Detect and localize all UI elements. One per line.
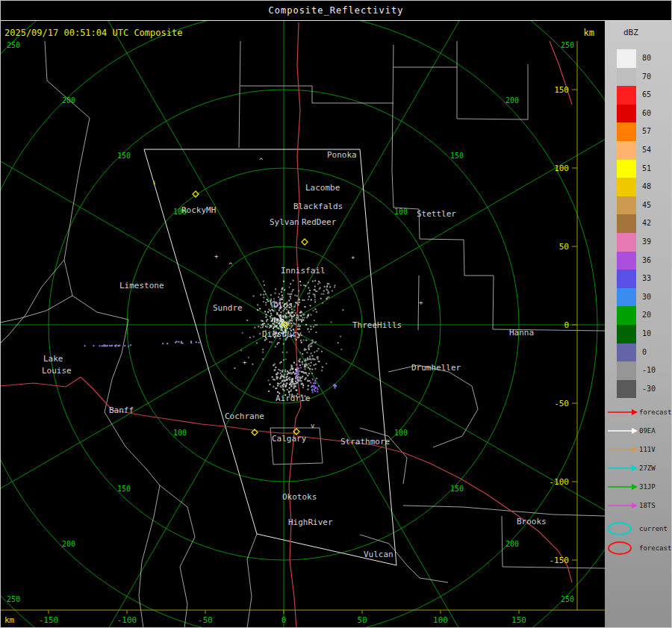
city-label: ThreeHills bbox=[352, 320, 402, 330]
city-label: Blackfalds bbox=[293, 202, 343, 211]
city-label: Sylvan bbox=[270, 217, 299, 227]
colorbar-value-label: 10 bbox=[642, 330, 651, 338]
map-header: 2025/09/17 00:51:04 UTC Compositekm bbox=[4, 28, 594, 38]
ring-range-label: 100 bbox=[173, 429, 187, 437]
city-label: RedDeer bbox=[302, 217, 337, 227]
ring-range-label: 150 bbox=[450, 152, 464, 160]
colorbar-swatch bbox=[617, 233, 636, 252]
colorbar-value-label: 36 bbox=[642, 257, 651, 264]
ring-range-label: 100 bbox=[394, 429, 408, 437]
colorbar-swatch bbox=[617, 380, 636, 399]
city-label: Olds bbox=[273, 300, 293, 310]
y-axis-tick-label: 50 bbox=[559, 242, 569, 252]
city-label: Calgary bbox=[272, 434, 307, 444]
colorbar-swatch bbox=[617, 178, 636, 196]
track-arrowhead-icon bbox=[632, 484, 638, 490]
city-label: Okotoks bbox=[282, 492, 317, 502]
colorbar-swatch bbox=[617, 160, 636, 178]
colorbar-swatch bbox=[617, 214, 636, 233]
legend-arrow-row: 27ZW bbox=[608, 464, 656, 472]
city-label: Banff bbox=[109, 405, 134, 415]
city-label: Louise bbox=[42, 366, 72, 376]
colorbar-swatch bbox=[617, 86, 636, 105]
ring-range-label: 150 bbox=[450, 485, 464, 493]
sidebar: dBZ 807065605754514845423936333020100-10… bbox=[605, 21, 672, 628]
x-axis-tick-label: -50 bbox=[198, 615, 213, 625]
y-axis-tick-label: 0 bbox=[564, 320, 569, 330]
y-axis: 150100500-50-100-150 bbox=[550, 41, 578, 610]
window-title-bar: Composite_Reflectivity bbox=[0, 0, 672, 21]
ring-range-label: 250 bbox=[561, 41, 574, 49]
track-arrowhead-icon bbox=[632, 428, 638, 434]
y-axis-tick-label: -50 bbox=[554, 399, 569, 408]
ring-range-label: 200 bbox=[62, 540, 75, 548]
legend-label: 111V bbox=[639, 446, 656, 453]
map-symbol: + bbox=[214, 252, 219, 260]
storm-ellipse-icon bbox=[609, 542, 631, 554]
colorbar-value-label: 45 bbox=[642, 202, 651, 209]
map-symbol: ^ bbox=[259, 157, 264, 164]
x-axis-tick-label: 100 bbox=[433, 615, 448, 625]
colorbar-value-label: 33 bbox=[642, 275, 651, 282]
city-label: Stettler bbox=[417, 209, 456, 219]
ring-range-label: 200 bbox=[505, 540, 519, 548]
x-axis-tick-label: -150 bbox=[39, 615, 59, 625]
y-axis-unit-label: km bbox=[584, 28, 594, 38]
x-axis-tick-label: 0 bbox=[281, 615, 287, 625]
legend-arrow-row: 09EA bbox=[608, 427, 656, 435]
x-axis-tick-label: 150 bbox=[511, 615, 526, 625]
ring-range-label: 250 bbox=[7, 41, 20, 49]
colorbar-swatch bbox=[617, 122, 636, 141]
colorbar-swatch bbox=[617, 49, 636, 68]
map-symbols: ^+*++^v^↓ bbox=[152, 157, 423, 429]
map-symbol: + bbox=[243, 358, 247, 366]
storm-ellipse-icon bbox=[609, 523, 631, 535]
ring-range-label: 150 bbox=[117, 485, 131, 493]
legend-label: forecast bbox=[639, 408, 671, 416]
colorbar-swatch bbox=[617, 306, 636, 325]
storm-track-legend: forecast09EA111V27ZW31JP18TScurrentforec… bbox=[605, 400, 672, 572]
legend-label: current bbox=[639, 525, 668, 532]
colorbar-swatch bbox=[617, 68, 636, 87]
x-axis-unit-label: km bbox=[4, 615, 15, 625]
city-label: HighRiver bbox=[288, 517, 333, 527]
colorbar-swatch bbox=[617, 343, 636, 362]
colorbar-value-label: 51 bbox=[642, 165, 651, 172]
city-label: Vulcan bbox=[364, 550, 393, 559]
colorbar-swatch bbox=[617, 196, 636, 215]
colorbar-value-label: 48 bbox=[642, 183, 651, 190]
colorbar-value-label: 39 bbox=[642, 238, 651, 246]
city-label: Lake bbox=[43, 354, 63, 364]
ring-range-label: 200 bbox=[505, 96, 519, 105]
ring-range-label: 150 bbox=[117, 152, 131, 160]
city-label: Brooks bbox=[517, 517, 547, 526]
colorbar-value-label: 20 bbox=[642, 311, 651, 319]
colorbar-swatch bbox=[617, 361, 636, 380]
colorbar-swatch bbox=[617, 252, 636, 270]
legend-ellipse-row: current bbox=[609, 523, 668, 535]
colorbar-swatch bbox=[617, 270, 636, 288]
colorbar-value-label: -10 bbox=[642, 367, 656, 374]
ring-range-label: 250 bbox=[561, 595, 574, 603]
city-label: Airdrie bbox=[276, 394, 310, 403]
colorbar-swatch bbox=[617, 105, 636, 123]
colorbar-value-label: 57 bbox=[642, 128, 651, 135]
track-arrowhead-icon bbox=[632, 465, 638, 471]
window-title: Composite_Reflectivity bbox=[269, 5, 404, 16]
legend-label: 27ZW bbox=[639, 464, 656, 472]
track-arrowhead-icon bbox=[632, 409, 638, 415]
city-label: Drumheller bbox=[411, 363, 461, 373]
colorbar-value-label: 0 bbox=[642, 349, 647, 356]
city-label: RockyMH bbox=[181, 205, 216, 215]
city-label: Didsbury bbox=[262, 329, 302, 339]
colorbar-value-label: 60 bbox=[642, 110, 651, 117]
city-label: Ponoka bbox=[327, 150, 357, 160]
ring-range-label: 100 bbox=[394, 208, 408, 216]
y-axis-tick-label: 100 bbox=[554, 164, 569, 173]
city-label: Sundre bbox=[213, 303, 243, 313]
city-label: Lacombe bbox=[305, 183, 340, 193]
legend-label: 31JP bbox=[639, 483, 656, 491]
city-label: Innisfail bbox=[281, 266, 326, 276]
city-label: Strathmore bbox=[340, 437, 390, 447]
y-axis-tick-label: 150 bbox=[554, 85, 569, 95]
